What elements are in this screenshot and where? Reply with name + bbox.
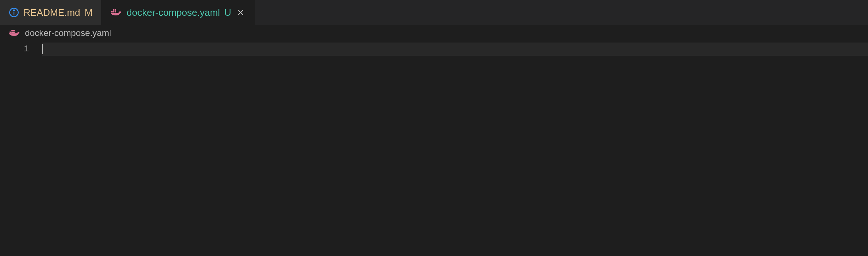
docker-icon [110,8,122,17]
breadcrumb[interactable]: docker-compose.yaml [0,25,868,41]
svg-rect-4 [113,11,114,12]
tabs-empty-area[interactable] [255,0,868,25]
tab-docker-compose[interactable]: docker-compose.yaml U [102,0,255,25]
tab-status-modified: M [85,7,93,18]
info-icon [9,7,19,18]
line-number[interactable]: 1 [0,43,29,56]
svg-rect-6 [113,9,114,11]
svg-point-2 [14,10,14,11]
svg-rect-5 [115,11,116,12]
svg-rect-10 [10,32,11,33]
editor-line[interactable] [42,43,868,56]
svg-rect-11 [11,32,13,33]
editor-area: 1 [0,41,868,256]
editor-content[interactable] [42,41,868,256]
breadcrumb-label: docker-compose.yaml [25,28,111,38]
tab-label: docker-compose.yaml [127,7,220,18]
tab-label: README.md [23,7,80,18]
line-number-gutter: 1 [0,41,42,256]
tab-readme[interactable]: README.md M [0,0,102,25]
tab-status-untracked: U [225,7,231,18]
svg-rect-14 [13,30,15,31]
close-icon[interactable] [236,7,246,18]
text-cursor [42,44,43,54]
svg-rect-7 [115,9,116,11]
svg-rect-3 [111,11,113,12]
docker-icon [9,29,21,37]
svg-rect-13 [11,30,13,31]
tabs-bar: README.md M docker-compose.yaml U [0,0,868,25]
svg-rect-12 [13,32,15,33]
